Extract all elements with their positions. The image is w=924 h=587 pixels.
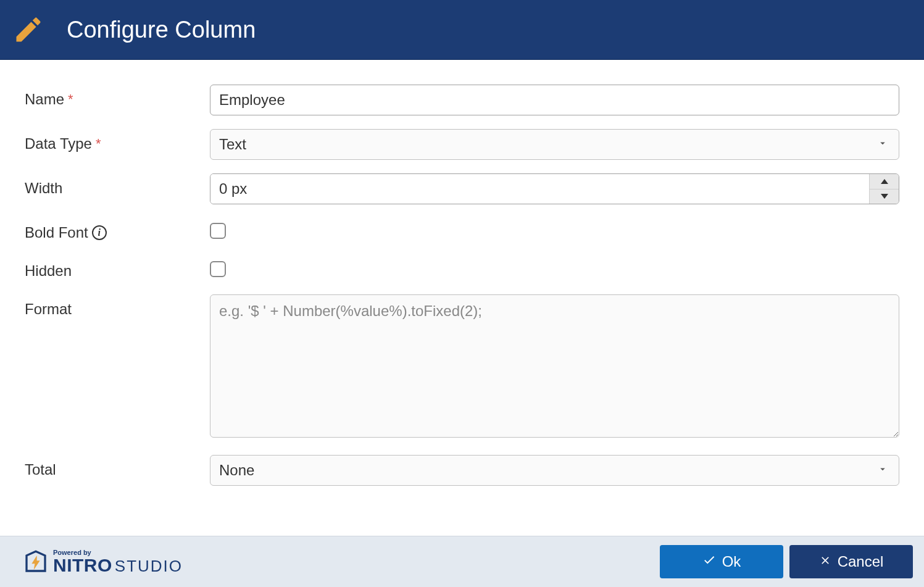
- hidden-checkbox[interactable]: [210, 261, 226, 277]
- dialog-header: Configure Column: [0, 0, 924, 60]
- row-bold-font: Bold Font i: [25, 218, 899, 243]
- label-total: Total: [25, 455, 210, 478]
- label-data-type: Data Type*: [25, 129, 210, 152]
- ok-button[interactable]: Ok: [660, 545, 783, 578]
- row-hidden: Hidden: [25, 256, 899, 281]
- brand-name: NITRO STUDIO: [53, 556, 183, 575]
- label-width-text: Width: [25, 180, 62, 197]
- row-format: Format: [25, 294, 899, 441]
- row-total: Total None: [25, 455, 899, 486]
- ok-button-label: Ok: [722, 553, 741, 570]
- label-name: Name*: [25, 85, 210, 108]
- data-type-select[interactable]: Text: [210, 129, 899, 160]
- brand-studio: STUDIO: [115, 558, 183, 574]
- brand-nitro: NITRO: [53, 556, 112, 575]
- spinner-up-button[interactable]: [870, 174, 899, 189]
- dialog-footer: Powered by NITRO STUDIO Ok Cancel: [0, 536, 924, 587]
- label-bold-font: Bold Font i: [25, 218, 210, 241]
- label-hidden-text: Hidden: [25, 262, 72, 280]
- row-width: Width 0 px: [25, 173, 899, 204]
- close-icon: [819, 553, 831, 570]
- label-format: Format: [25, 294, 210, 318]
- required-indicator: *: [68, 91, 73, 107]
- label-format-text: Format: [25, 301, 72, 318]
- cancel-button-label: Cancel: [838, 553, 884, 570]
- spinner-down-button[interactable]: [870, 189, 899, 204]
- row-data-type: Data Type* Text: [25, 129, 899, 160]
- label-total-text: Total: [25, 461, 56, 478]
- label-bold-font-text: Bold Font: [25, 224, 88, 241]
- label-width: Width: [25, 173, 210, 197]
- pencil-icon: [12, 14, 44, 46]
- label-name-text: Name: [25, 91, 64, 108]
- required-indicator: *: [96, 136, 101, 152]
- form-body: Name* Data Type* Text Width 0 px: [0, 60, 924, 504]
- label-hidden: Hidden: [25, 256, 210, 280]
- row-name: Name*: [25, 85, 899, 115]
- cancel-button[interactable]: Cancel: [789, 545, 913, 578]
- width-value[interactable]: 0 px: [210, 174, 869, 204]
- check-icon: [702, 553, 716, 570]
- dialog-title: Configure Column: [67, 17, 256, 43]
- label-data-type-text: Data Type: [25, 135, 92, 152]
- name-input[interactable]: [210, 85, 899, 115]
- width-spinner[interactable]: 0 px: [210, 173, 899, 204]
- info-icon[interactable]: i: [92, 225, 107, 240]
- format-textarea[interactable]: [210, 294, 899, 438]
- brand-logo: Powered by NITRO STUDIO: [23, 549, 183, 575]
- nitro-logo-icon: [23, 549, 48, 574]
- bold-font-checkbox[interactable]: [210, 223, 226, 239]
- total-select[interactable]: None: [210, 455, 899, 486]
